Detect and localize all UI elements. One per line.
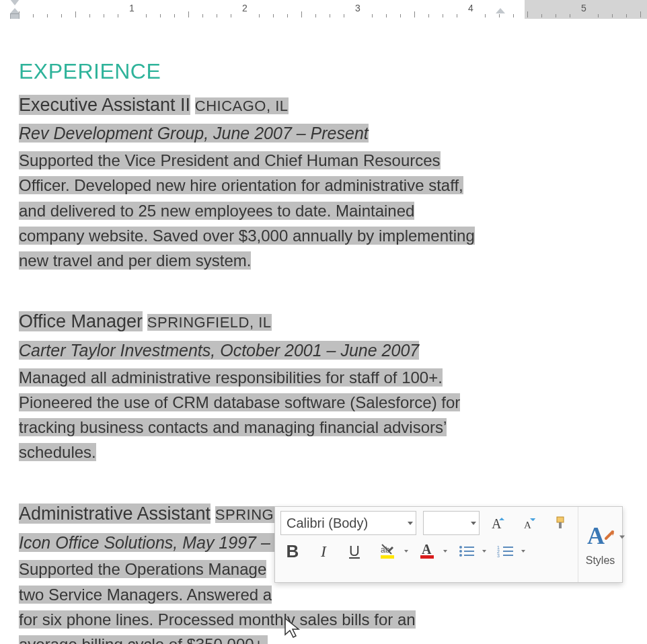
job-title: Office Manager (19, 311, 143, 331)
chevron-down-icon (482, 550, 486, 553)
mini-toolbar: Calibri (Body) A A B I (274, 506, 623, 583)
svg-point-13 (459, 554, 462, 557)
svg-text:A: A (422, 542, 432, 557)
job-meta: Icon Office Solutions, May 1997 – O (19, 533, 288, 552)
chevron-down-icon (619, 536, 625, 539)
body-line: and delivered to 25 new employees to dat… (19, 202, 414, 220)
svg-rect-2 (557, 517, 564, 522)
body-line: two Service Managers. Answered a (19, 586, 272, 604)
font-name-combo[interactable]: Calibri (Body) (280, 511, 416, 535)
job-location-text: SPRINGFIELD, IL (147, 314, 272, 331)
svg-text:A: A (492, 516, 502, 531)
section-heading: EXPERIENCE (19, 55, 628, 89)
svg-text:ab: ab (381, 545, 390, 555)
body-line: tracking business contacts and managing … (19, 418, 447, 436)
body-line: Managed all administrative responsibilit… (19, 368, 443, 387)
body-line: Officer. Developed new hire orientation … (19, 176, 463, 194)
chevron-down-icon (471, 522, 476, 525)
body-line: new travel and per diem system. (19, 251, 251, 270)
blank-line (19, 274, 32, 300)
svg-point-11 (459, 550, 462, 553)
grow-font-button[interactable]: A (486, 511, 510, 535)
svg-text:A: A (524, 520, 531, 530)
highlight-button[interactable]: ab (373, 539, 406, 563)
chevron-down-icon (443, 550, 447, 553)
body-line: schedules. (19, 443, 96, 461)
font-size-combo[interactable] (423, 511, 480, 535)
blank-line (19, 467, 32, 492)
job-meta: Carter Taylor Investments, October 2001 … (19, 341, 419, 360)
job-meta: Rev Development Group, June 2007 – Prese… (19, 124, 369, 143)
body-line: company website. Saved over $3,000 annua… (19, 227, 475, 245)
bullets-button[interactable] (451, 539, 484, 563)
job-location-text: CHICAGO, IL (195, 97, 289, 114)
bold-button[interactable]: B (280, 539, 305, 563)
body-line: Supported the Operations Manage (19, 560, 266, 578)
right-indent-marker[interactable] (496, 8, 505, 13)
numbering-button[interactable]: 1 2 3 (490, 539, 523, 563)
styles-button[interactable]: A Styles (578, 507, 622, 582)
font-color-button[interactable]: A (412, 539, 445, 563)
body-line: Supported the Vice President and Chief H… (19, 151, 441, 169)
svg-rect-6 (381, 555, 394, 559)
chevron-down-icon (404, 550, 408, 553)
hanging-indent-marker[interactable] (10, 8, 20, 13)
shrink-font-button[interactable]: A (517, 511, 541, 535)
job-title: Executive Assistant II (19, 95, 190, 115)
styles-label: Styles (586, 555, 615, 567)
svg-rect-8 (420, 555, 434, 559)
font-name-value: Calibri (Body) (287, 516, 368, 531)
body-line: average billing cycle of $350,000+. (19, 635, 268, 644)
body-line: Pioneered the use of CRM database softwa… (19, 393, 460, 411)
first-line-indent-marker[interactable] (10, 0, 20, 5)
body-line: for six phone lines. Processed monthly s… (19, 610, 416, 629)
chevron-down-icon (408, 522, 413, 525)
svg-text:A: A (587, 522, 605, 549)
svg-rect-3 (559, 522, 562, 528)
svg-text:3: 3 (497, 553, 500, 558)
underline-button[interactable]: U (342, 539, 367, 563)
job-title: Administrative Assistant (19, 504, 211, 524)
svg-point-9 (459, 546, 462, 549)
chevron-down-icon (521, 550, 525, 553)
document-area: EXPERIENCE Executive Assistant II CHICAG… (0, 19, 647, 644)
italic-button[interactable]: I (311, 539, 336, 563)
horizontal-ruler[interactable]: 12345 (0, 0, 647, 19)
styles-icon: A (586, 522, 615, 552)
format-painter-button[interactable] (548, 511, 572, 535)
